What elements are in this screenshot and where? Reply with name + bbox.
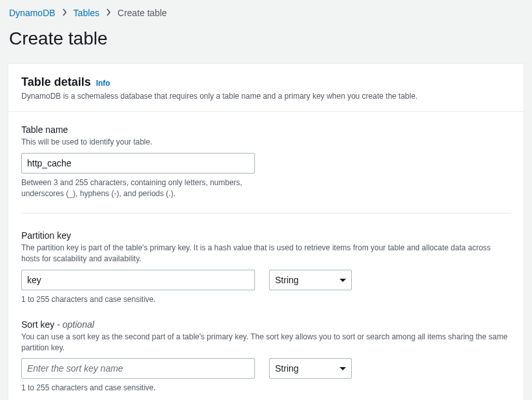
panel-header: Table details Info DynamoDB is a schemal… <box>8 64 524 112</box>
breadcrumb: DynamoDB Tables Create table <box>0 0 532 22</box>
sort-key-hint: You can use a sort key as the second par… <box>21 332 511 354</box>
sort-key-group: Sort key - optional You can use a sort k… <box>21 319 511 394</box>
partition-key-hint: The partition key is part of the table's… <box>21 243 511 265</box>
table-details-panel: Table details Info DynamoDB is a schemal… <box>8 63 524 400</box>
partition-key-constraint: 1 to 255 characters and case sensitive. <box>21 294 255 305</box>
table-name-group: Table name This will be used to identify… <box>21 125 511 214</box>
table-name-input[interactable] <box>21 153 255 174</box>
chevron-right-icon <box>106 8 111 18</box>
info-link[interactable]: Info <box>96 79 110 88</box>
breadcrumb-root[interactable]: DynamoDB <box>9 8 56 18</box>
table-name-label: Table name <box>21 125 511 135</box>
partition-key-label: Partition key <box>21 230 511 241</box>
sort-key-type-value: String <box>269 358 352 379</box>
sort-key-input[interactable] <box>21 358 255 379</box>
sort-key-optional: - optional <box>54 319 94 330</box>
breadcrumb-current: Create table <box>118 8 167 18</box>
breadcrumb-tables[interactable]: Tables <box>74 8 99 18</box>
table-name-constraint: Between 3 and 255 characters, containing… <box>21 177 255 199</box>
sort-key-label: Sort key - optional <box>21 319 511 330</box>
page-title: Create table <box>0 22 532 63</box>
panel-description: DynamoDB is a schemaless database that r… <box>21 92 511 101</box>
sort-key-label-text: Sort key <box>21 319 54 330</box>
partition-key-input[interactable] <box>21 270 255 290</box>
partition-key-group: Partition key The partition key is part … <box>21 230 511 319</box>
chevron-right-icon <box>62 8 67 18</box>
partition-key-type-select[interactable]: String <box>269 270 352 290</box>
table-name-hint: This will be used to identify your table… <box>21 137 511 148</box>
sort-key-constraint: 1 to 255 characters and case sensitive. <box>21 383 255 394</box>
panel-title: Table details <box>21 75 91 89</box>
sort-key-type-select[interactable]: String <box>269 358 352 379</box>
partition-key-type-value: String <box>269 270 352 290</box>
